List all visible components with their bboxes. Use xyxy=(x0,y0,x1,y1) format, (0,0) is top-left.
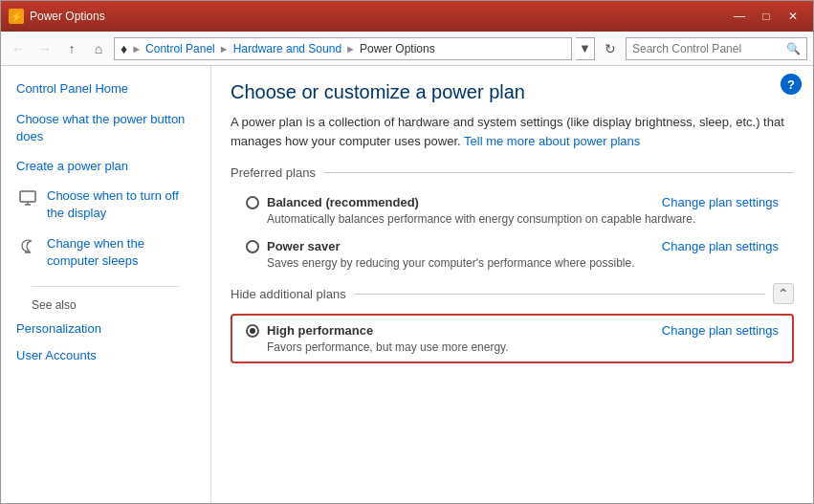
sidebar-label-turn-off-display: Choose when to turn off the display xyxy=(47,187,195,222)
additional-plans-line xyxy=(354,294,765,295)
preferred-plans-section: Preferred plans Balanced (recommended) C… xyxy=(231,165,794,275)
plan-power-saver-name: Power saver xyxy=(267,239,654,253)
search-box: 🔍 xyxy=(626,37,807,60)
address-bar: ← → ↑ ⌂ ♦ ► Control Panel ► Hardware and… xyxy=(1,32,813,66)
learn-more-link[interactable]: Tell me more about power plans xyxy=(464,134,640,148)
up-button[interactable]: ↑ xyxy=(60,37,83,60)
plan-power-saver-radio[interactable] xyxy=(246,240,259,253)
see-also-title: See also xyxy=(16,298,195,318)
monitor-icon xyxy=(16,187,39,210)
breadcrumb-control-panel[interactable]: Control Panel xyxy=(145,42,215,55)
balanced-change-link[interactable]: Change plan settings xyxy=(662,195,779,209)
preferred-plans-line xyxy=(323,172,794,173)
search-input[interactable] xyxy=(632,42,782,55)
plan-high-performance-row: High performance Change plan settings xyxy=(246,323,779,338)
sidebar-item-create-plan[interactable]: Create a power plan xyxy=(16,155,195,178)
search-icon: 🔍 xyxy=(786,42,801,55)
title-bar: ⚡ Power Options — □ ✕ xyxy=(1,1,813,32)
page-title: Choose or customize a power plan xyxy=(231,81,794,103)
plan-high-performance-desc: Favors performance, but may use more ene… xyxy=(246,340,779,354)
preferred-plans-header: Preferred plans xyxy=(231,165,794,180)
sidebar-item-power-button[interactable]: Choose what the power button does xyxy=(16,108,195,148)
sidebar-label-computer-sleeps: Change when the computer sleeps xyxy=(47,235,195,270)
address-path: ♦ ► Control Panel ► Hardware and Sound ►… xyxy=(114,37,572,60)
breadcrumb-hardware-sound[interactable]: Hardware and Sound xyxy=(233,42,341,55)
path-dropdown[interactable]: ▼ xyxy=(576,37,595,60)
help-button[interactable]: ? xyxy=(781,74,802,95)
plan-balanced-name: Balanced (recommended) xyxy=(267,195,654,209)
preferred-plans-label: Preferred plans xyxy=(231,165,316,180)
title-bar-controls: — □ ✕ xyxy=(727,7,805,26)
window: ⚡ Power Options — □ ✕ ← → ↑ ⌂ ♦ ► Contro… xyxy=(0,0,814,504)
forward-button[interactable]: → xyxy=(33,37,56,60)
breadcrumb-power-options: Power Options xyxy=(360,42,435,55)
window-title: Power Options xyxy=(30,10,105,23)
home-button[interactable]: ⌂ xyxy=(87,37,110,60)
sidebar: Control Panel Home Choose what the power… xyxy=(1,66,211,503)
hide-plans-label: Hide additional plans xyxy=(231,287,346,301)
breadcrumb-icon: ♦ xyxy=(121,41,127,56)
refresh-button[interactable]: ↻ xyxy=(599,37,622,60)
page-description: A power plan is a collection of hardware… xyxy=(231,113,794,150)
sidebar-item-control-panel-home[interactable]: Control Panel Home xyxy=(16,77,195,100)
plan-high-performance-radio[interactable] xyxy=(246,324,259,338)
plan-high-performance-name: High performance xyxy=(267,323,654,338)
back-button[interactable]: ← xyxy=(7,37,30,60)
additional-plans-section: Hide additional plans ⌃ High performance… xyxy=(231,283,794,363)
plan-balanced-radio[interactable] xyxy=(246,196,259,209)
maximize-button[interactable]: □ xyxy=(754,7,779,26)
sidebar-item-personalization[interactable]: Personalization xyxy=(16,318,195,340)
app-icon: ⚡ xyxy=(9,9,24,24)
high-performance-change-link[interactable]: Change plan settings xyxy=(662,323,779,338)
sidebar-item-computer-sleeps[interactable]: Change when the computer sleeps xyxy=(16,231,195,274)
plan-power-saver-desc: Saves energy by reducing your computer's… xyxy=(246,256,779,270)
sidebar-nav: Control Panel Home Choose what the power… xyxy=(1,77,210,367)
plan-balanced-desc: Automatically balances performance with … xyxy=(246,212,779,226)
title-bar-left: ⚡ Power Options xyxy=(9,9,105,24)
power-saver-change-link[interactable]: Change plan settings xyxy=(662,239,779,253)
svg-rect-0 xyxy=(20,191,35,202)
main-layout: Control Panel Home Choose what the power… xyxy=(1,66,813,503)
plan-high-performance: High performance Change plan settings Fa… xyxy=(231,314,794,363)
plan-balanced: Balanced (recommended) Change plan setti… xyxy=(231,189,794,231)
sidebar-divider xyxy=(32,286,180,287)
plan-balanced-row: Balanced (recommended) Change plan setti… xyxy=(246,195,779,209)
sleep-icon xyxy=(16,235,39,258)
plan-power-saver: Power saver Change plan settings Saves e… xyxy=(231,233,794,275)
content-area: ? Choose or customize a power plan A pow… xyxy=(211,66,813,503)
close-button[interactable]: ✕ xyxy=(781,7,805,26)
additional-plans-header: Hide additional plans ⌃ xyxy=(231,283,794,304)
sidebar-item-turn-off-display[interactable]: Choose when to turn off the display xyxy=(16,184,195,226)
minimize-button[interactable]: — xyxy=(727,7,752,26)
sidebar-item-user-accounts[interactable]: User Accounts xyxy=(16,344,195,367)
toggle-additional-plans[interactable]: ⌃ xyxy=(773,283,794,304)
plan-power-saver-row: Power saver Change plan settings xyxy=(246,239,779,253)
